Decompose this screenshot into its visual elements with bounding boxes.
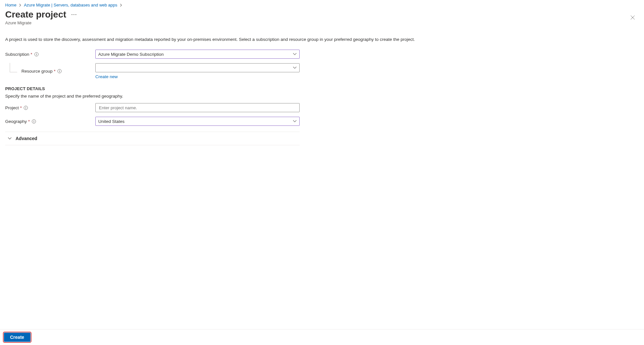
create-button[interactable]: Create — [4, 333, 30, 342]
resource-group-label: Resource group — [21, 69, 53, 74]
more-icon[interactable] — [71, 14, 77, 15]
breadcrumb-home[interactable]: Home — [5, 3, 17, 7]
footer: Create — [0, 329, 644, 345]
required-indicator: * — [54, 69, 55, 74]
advanced-label: Advanced — [16, 136, 37, 141]
page-title: Create project — [5, 9, 66, 20]
project-label: Project — [5, 105, 19, 110]
required-indicator: * — [30, 52, 32, 57]
svg-point-0 — [72, 14, 73, 15]
resource-group-select[interactable] — [95, 63, 300, 72]
info-icon[interactable] — [57, 69, 62, 73]
geography-value: United States — [98, 119, 125, 124]
project-details-desc: Specify the name of the project and the … — [5, 94, 300, 99]
project-input[interactable] — [98, 105, 297, 111]
svg-point-1 — [74, 14, 75, 15]
svg-rect-8 — [59, 71, 60, 72]
close-icon — [630, 15, 635, 20]
geography-label: Geography — [5, 119, 27, 124]
chevron-down-icon — [293, 66, 297, 69]
page-subtitle: Azure Migrate — [5, 20, 77, 25]
breadcrumb: Home Azure Migrate | Servers, databases … — [5, 3, 639, 7]
breadcrumb-azure-migrate[interactable]: Azure Migrate | Servers, databases and w… — [24, 3, 117, 7]
svg-point-4 — [36, 53, 37, 54]
chevron-right-icon — [19, 4, 21, 7]
required-indicator: * — [28, 119, 30, 124]
close-button[interactable] — [629, 14, 636, 21]
page-description: A project is used to store the discovery… — [5, 37, 446, 42]
svg-rect-5 — [36, 54, 36, 55]
svg-point-7 — [59, 70, 60, 71]
svg-rect-14 — [34, 121, 34, 122]
chevron-down-icon — [8, 137, 12, 140]
create-new-link[interactable]: Create new — [95, 74, 118, 79]
svg-rect-11 — [26, 107, 26, 109]
chevron-right-icon — [120, 4, 122, 7]
svg-point-10 — [26, 107, 26, 107]
subscription-select[interactable]: Azure Migrate Demo Subscription — [95, 50, 300, 59]
svg-point-13 — [34, 120, 34, 121]
info-icon[interactable] — [34, 52, 39, 56]
project-input-wrapper — [95, 103, 300, 112]
chevron-down-icon — [293, 53, 297, 55]
subscription-label: Subscription — [5, 52, 29, 57]
advanced-toggle[interactable]: Advanced — [5, 132, 300, 145]
project-details-heading: PROJECT DETAILS — [5, 86, 300, 91]
subscription-value: Azure Migrate Demo Subscription — [98, 52, 164, 57]
chevron-down-icon — [293, 120, 297, 123]
info-icon[interactable] — [24, 106, 28, 110]
info-icon[interactable] — [32, 119, 36, 124]
geography-select[interactable]: United States — [95, 117, 300, 126]
required-indicator: * — [20, 105, 22, 110]
svg-point-2 — [76, 14, 77, 15]
